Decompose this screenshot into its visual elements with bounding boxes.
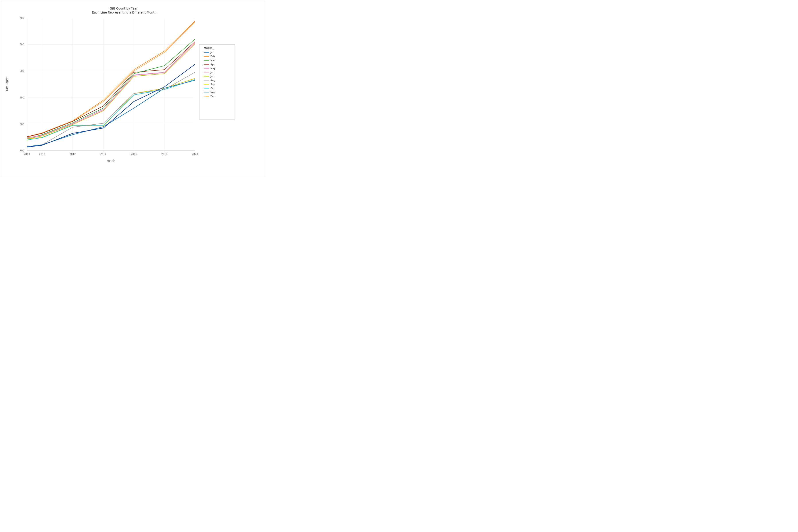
- legend-title: Month_: [204, 46, 214, 50]
- x-tick-2009: 2009: [24, 153, 30, 156]
- x-tick-2020: 2020: [192, 153, 198, 156]
- y-tick-400: 400: [19, 96, 24, 99]
- legend-apr: Apr: [210, 63, 214, 66]
- y-tick-300: 300: [19, 123, 24, 126]
- chart-container: Gift Count by Year: Each Line Representi…: [0, 0, 266, 177]
- x-tick-2010: 2010: [39, 153, 45, 156]
- legend-jul: Jul: [210, 75, 213, 78]
- legend-dec: Dec: [210, 95, 215, 98]
- legend-sep: Sep: [210, 83, 215, 86]
- chart-title-line2: Each Line Representing a Different Month: [92, 11, 156, 14]
- legend-may: May: [210, 67, 215, 70]
- x-tick-2016: 2016: [131, 153, 137, 156]
- legend-mar: Mar: [210, 59, 215, 62]
- legend-nov: Nov: [210, 91, 215, 94]
- x-axis-label: Month: [107, 159, 115, 162]
- svg-rect-15: [199, 44, 235, 120]
- legend-jan: Jan: [210, 51, 214, 54]
- y-tick-500: 500: [19, 70, 24, 73]
- chart-title-line1: Gift Count by Year:: [110, 7, 139, 10]
- legend-feb: Feb: [210, 55, 214, 58]
- x-tick-2014: 2014: [100, 153, 107, 156]
- y-tick-200: 200: [19, 149, 24, 152]
- legend-jun: Jun: [210, 71, 214, 74]
- legend-oct: Oct: [210, 87, 215, 90]
- y-tick-600: 600: [19, 43, 24, 46]
- y-tick-700: 700: [19, 17, 24, 19]
- x-tick-2018: 2018: [162, 153, 168, 156]
- y-axis-label: Gift Count: [5, 77, 8, 91]
- legend-aug: Aug: [210, 79, 215, 82]
- x-tick-2012: 2012: [70, 153, 76, 156]
